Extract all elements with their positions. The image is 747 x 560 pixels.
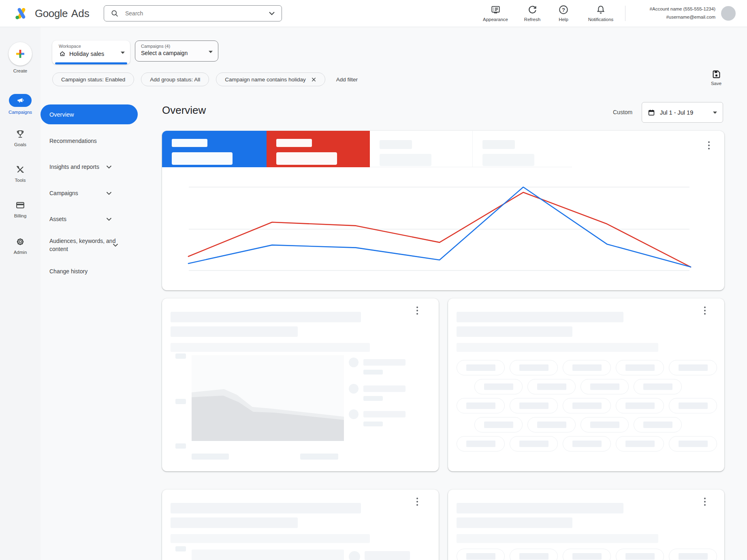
gear-icon — [15, 236, 26, 247]
subnav-item-recommendations[interactable]: Recommendations — [41, 137, 138, 145]
skeleton-legend-swatch — [349, 384, 359, 394]
close-icon — [311, 77, 316, 82]
search-input[interactable] — [124, 10, 263, 17]
skeleton-chip — [510, 436, 558, 451]
rail-item-label: Campaigns — [9, 110, 32, 115]
date-range-value: Jul 1 - Jul 19 — [660, 109, 708, 116]
chip-label: Add group status: All — [150, 77, 200, 83]
save-label: Save — [711, 81, 721, 86]
subnav-label: Overview — [49, 111, 74, 118]
caret-down-icon — [120, 51, 125, 54]
notifications-button[interactable]: Notifications — [583, 4, 619, 22]
card-menu-button[interactable] — [708, 141, 710, 151]
skeleton-metric-label — [172, 139, 207, 147]
summary-card-right — [448, 298, 724, 471]
sidebar-item-goals[interactable]: Goals — [0, 129, 41, 147]
avatar[interactable] — [721, 6, 736, 21]
skeleton-axis-tick — [175, 443, 186, 449]
skeleton-bar — [171, 503, 361, 513]
filter-chip-campaign-status[interactable]: Campaign status: Enabled — [52, 72, 134, 86]
subnav-item-audiences-keywords-content[interactable]: Audiences, keywords, and content — [41, 237, 142, 253]
remove-filter-button[interactable] — [311, 77, 316, 82]
skeleton-axis-tick — [175, 546, 186, 551]
logo-text-google: Google — [35, 7, 68, 20]
metric-tab-inactive[interactable] — [370, 131, 472, 167]
skeleton-bar — [457, 326, 572, 337]
subnav-item-insights-reports[interactable]: Insights and reports — [41, 163, 138, 171]
filter-chip-ad-group-status[interactable]: Add group status: All — [141, 72, 209, 86]
skeleton-area-chart — [192, 549, 344, 560]
subnav-item-campaigns[interactable]: Campaigns — [41, 189, 138, 197]
rail-item-label: Billing — [14, 213, 27, 218]
subnav-item-change-history[interactable]: Change history — [41, 267, 138, 275]
filter-chip-campaign-name[interactable]: Campaign name contains holiday — [216, 72, 325, 86]
sidebar-item-campaigns[interactable]: Campaigns — [0, 94, 41, 115]
subnav-item-assets[interactable]: Assets — [41, 215, 138, 223]
metric-tab-inactive[interactable] — [472, 131, 572, 167]
home-icon — [59, 50, 66, 57]
google-ads-logo[interactable]: Google Ads — [13, 0, 90, 27]
subnav-label: Change history — [49, 268, 88, 275]
skeleton-bar — [171, 517, 298, 528]
workspace-value: Holiday sales — [69, 51, 104, 57]
calendar-icon — [647, 109, 655, 117]
rail-item-label: Admin — [14, 250, 27, 255]
card-menu-button[interactable] — [704, 307, 706, 316]
page-title: Overview — [162, 104, 206, 117]
create-button[interactable]: Create — [0, 42, 41, 73]
skeleton-bar — [171, 312, 361, 322]
credit-card-icon — [15, 200, 26, 211]
help-button[interactable]: ? Help — [545, 4, 582, 22]
trend-line-chart — [173, 179, 714, 281]
nav-rail: Create Campaigns Goals — [0, 27, 41, 560]
save-button[interactable]: Save — [706, 69, 727, 86]
account-info[interactable]: #Account name (555-555-1234) #username@e… — [650, 5, 715, 21]
search-box[interactable] — [104, 5, 282, 21]
subnav-label: Campaigns — [49, 190, 78, 196]
add-filter-button[interactable]: Add filter — [336, 77, 358, 83]
skeleton-chip — [669, 549, 717, 560]
topbar-divider — [625, 6, 625, 21]
subnav-item-overview[interactable]: Overview — [41, 104, 138, 124]
summary-card-left — [162, 298, 439, 471]
skeleton-legend-swatch — [349, 358, 359, 367]
megaphone-icon — [16, 96, 24, 104]
skeleton-axis-tick — [175, 399, 186, 404]
logo-text-ads: Ads — [71, 7, 90, 20]
google-ads-logo-icon — [13, 6, 30, 21]
skeleton-bar — [457, 534, 658, 543]
tools-icon — [15, 164, 26, 175]
skeleton-chip — [581, 417, 629, 432]
sidebar-item-admin[interactable]: Admin — [0, 236, 41, 255]
card-menu-button[interactable] — [704, 498, 706, 507]
skeleton-chip — [616, 436, 664, 451]
workspace-selector[interactable]: Workspace Holiday sales — [52, 40, 130, 64]
summary-card-left-2 — [162, 490, 439, 560]
sidebar-item-billing[interactable]: Billing — [0, 200, 41, 218]
chevron-down-icon — [113, 243, 118, 247]
metric-tab-blue[interactable] — [162, 131, 267, 167]
skeleton-legend-swatch — [349, 551, 360, 560]
top-bar: Google Ads Appearance Re — [0, 0, 747, 27]
skeleton-bar — [171, 343, 370, 352]
action-label: Notifications — [588, 17, 614, 22]
skeleton-legend-swatch — [349, 409, 359, 419]
google-ads-app: Google Ads Appearance Re — [0, 0, 747, 560]
card-menu-button[interactable] — [416, 307, 418, 316]
card-menu-button[interactable] — [416, 498, 418, 507]
subnav-label: Insights and reports — [49, 164, 99, 170]
chevron-down-icon[interactable] — [269, 11, 275, 15]
skeleton-chip — [457, 549, 505, 560]
appearance-button[interactable]: Appearance — [477, 4, 514, 22]
date-range-mode[interactable]: Custom — [613, 109, 632, 115]
skeleton-chip — [474, 379, 523, 394]
skeleton-legend-label — [365, 551, 410, 560]
metric-tab-red[interactable] — [267, 131, 370, 167]
skeleton-chip — [669, 436, 717, 451]
campaign-selector[interactable]: Campaigns (4) Select a campaign — [135, 40, 218, 62]
sidebar-item-tools[interactable]: Tools — [0, 164, 41, 183]
workspace-active-underline — [55, 62, 127, 64]
campaign-selector-label: Campaigns (4) — [141, 44, 213, 49]
date-range-picker[interactable]: Jul 1 - Jul 19 — [642, 102, 723, 123]
appearance-icon — [490, 4, 501, 15]
